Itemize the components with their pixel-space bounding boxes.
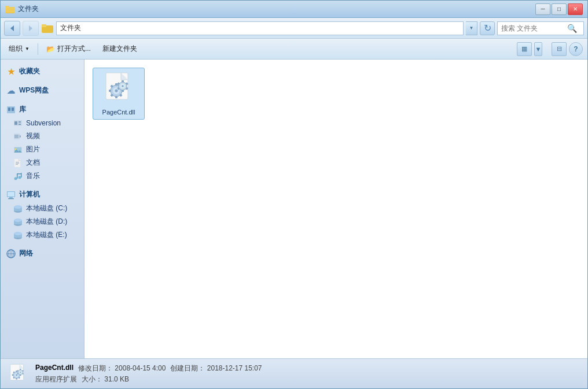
- video-icon: [13, 132, 23, 141]
- sidebar-item-docs[interactable]: 文档: [1, 156, 84, 169]
- svg-rect-59: [115, 96, 117, 98]
- status-dll-icon: [8, 364, 28, 384]
- docs-label: 文档: [26, 158, 40, 168]
- music-label: 音乐: [26, 171, 40, 181]
- drive-c-icon: [13, 204, 23, 213]
- status-bar: PageCnt.dll 修改日期： 2008-04-15 4:00 创建日期： …: [1, 358, 587, 388]
- sidebar-item-video[interactable]: 视频: [1, 129, 84, 143]
- view-button[interactable]: ▦: [517, 42, 532, 56]
- help-button[interactable]: ?: [569, 42, 583, 56]
- new-folder-button[interactable]: 新建文件夹: [99, 42, 141, 57]
- sidebar-item-library[interactable]: 库: [1, 102, 84, 117]
- open-button[interactable]: 📂 打开方式...: [43, 42, 94, 57]
- network-icon: [6, 249, 16, 258]
- sidebar-section-favorites: ★ 收藏夹: [1, 64, 84, 79]
- status-size-label: 大小：: [82, 375, 102, 383]
- sidebar-section-library: 库 Subversion: [1, 102, 84, 183]
- address-dropdown-button[interactable]: ▼: [466, 21, 477, 35]
- svg-rect-66: [122, 80, 124, 82]
- svg-rect-23: [16, 162, 19, 162]
- svg-marker-15: [20, 135, 21, 138]
- images-icon: [13, 145, 23, 154]
- computer-label: 计算机: [19, 190, 40, 199]
- toolbar-right: ▦ ▼ ⊟ ?: [517, 42, 583, 56]
- sidebar-item-drive-d[interactable]: 本地磁盘 (D:): [1, 215, 84, 228]
- organize-dropdown-icon: ▼: [25, 46, 30, 51]
- svg-point-76: [16, 374, 17, 376]
- sidebar-item-images[interactable]: 图片: [1, 143, 84, 156]
- close-button[interactable]: ✕: [568, 3, 583, 15]
- sidebar-section-network: 网络: [1, 246, 84, 261]
- address-folder-icon: [41, 22, 54, 35]
- svg-point-27: [19, 176, 21, 179]
- status-text: PageCnt.dll 修改日期： 2008-04-15 4:00 创建日期： …: [35, 364, 262, 384]
- svg-marker-4: [29, 25, 32, 31]
- drive-d-icon: [13, 217, 23, 227]
- sidebar-item-computer[interactable]: 计算机: [1, 187, 84, 202]
- svg-rect-77: [16, 371, 17, 372]
- maximize-button[interactable]: □: [552, 3, 567, 15]
- open-icon: 📂: [46, 45, 55, 53]
- svg-point-20: [15, 148, 17, 150]
- back-button[interactable]: [4, 21, 20, 36]
- address-input[interactable]: [56, 21, 464, 35]
- drive-e-icon: [13, 231, 23, 240]
- status-modify: 修改日期： 2008-04-15 4:00: [78, 364, 166, 373]
- forward-button[interactable]: [23, 21, 39, 36]
- refresh-button[interactable]: ↻: [480, 21, 495, 35]
- title-bar-left: 文件夹: [5, 4, 39, 14]
- sidebar-section-computer: 计算机 本地磁盘 (C:): [1, 187, 84, 242]
- minimize-button[interactable]: ─: [535, 3, 550, 15]
- sidebar-item-favorites[interactable]: ★ 收藏夹: [1, 64, 84, 79]
- svg-rect-6: [42, 24, 46, 27]
- svg-rect-33: [9, 197, 13, 198]
- search-input[interactable]: [501, 24, 565, 32]
- status-size: 大小： 31.0 KB: [82, 375, 129, 384]
- network-label: 网络: [19, 249, 33, 258]
- sidebar-item-network[interactable]: 网络: [1, 246, 84, 261]
- split-view-button[interactable]: ⊟: [552, 42, 567, 56]
- svg-point-54: [115, 90, 118, 92]
- sidebar-item-drive-e[interactable]: 本地磁盘 (E:): [1, 228, 84, 242]
- cloud-icon: ☁: [6, 86, 16, 95]
- drive-e-label: 本地磁盘 (E:): [26, 230, 67, 240]
- star-icon: ★: [6, 67, 16, 76]
- dll-file-icon: [104, 72, 134, 106]
- status-modify-label: 修改日期：: [78, 364, 113, 372]
- svg-rect-8: [8, 108, 10, 111]
- status-line-2: 应用程序扩展 大小： 31.0 KB: [35, 375, 262, 384]
- svg-rect-81: [16, 378, 17, 379]
- video-label: 视频: [26, 131, 40, 141]
- sidebar-item-wps[interactable]: ☁ WPS网盘: [1, 83, 84, 98]
- sidebar-item-subversion[interactable]: Subversion: [1, 117, 84, 129]
- svg-rect-61: [109, 90, 111, 92]
- svg-rect-69: [122, 90, 124, 92]
- computer-icon: [6, 190, 16, 199]
- svg-point-87: [20, 371, 21, 372]
- organize-label: 组织: [9, 44, 23, 54]
- svg-rect-2: [5, 7, 14, 13]
- sidebar-item-music[interactable]: 音乐: [1, 169, 84, 183]
- status-create: 创建日期： 2018-12-17 15:07: [170, 364, 262, 373]
- sidebar-item-drive-c[interactable]: 本地磁盘 (C:): [1, 202, 84, 215]
- file-item-pagecnt[interactable]: PageCnt.dll: [93, 68, 145, 120]
- content-area: PageCnt.dll: [84, 60, 587, 358]
- search-icon: 🔍: [567, 24, 577, 33]
- svg-rect-55: [115, 83, 117, 86]
- window: 文件夹 ─ □ ✕ ▼ ↻ 🔍: [0, 0, 588, 389]
- docs-icon: [13, 158, 23, 168]
- svg-rect-25: [16, 164, 18, 165]
- svg-rect-24: [16, 163, 19, 164]
- svg-point-26: [14, 177, 17, 180]
- organize-button[interactable]: 组织 ▼: [5, 42, 33, 57]
- svg-rect-16: [14, 135, 19, 138]
- svg-rect-83: [12, 374, 13, 375]
- svg-rect-88: [20, 369, 21, 370]
- folder-icon: [42, 23, 53, 34]
- images-label: 图片: [26, 145, 40, 154]
- music-icon: [13, 172, 23, 181]
- favorites-label: 收藏夹: [19, 66, 40, 76]
- search-box: 🔍: [497, 21, 584, 35]
- view-dropdown-button[interactable]: ▼: [534, 42, 542, 56]
- status-create-date: 2018-12-17 15:07: [207, 364, 262, 372]
